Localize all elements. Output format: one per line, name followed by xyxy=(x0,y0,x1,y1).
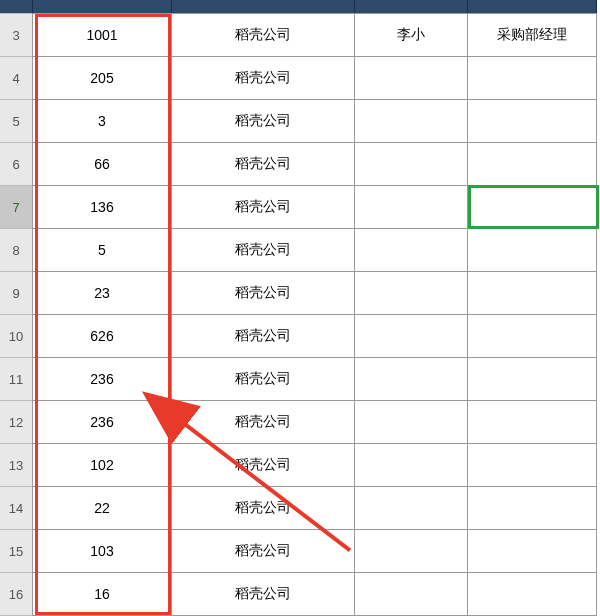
cell-col-a[interactable]: 16 xyxy=(32,572,172,616)
cell-col-a[interactable]: 23 xyxy=(32,271,172,315)
cell-col-a[interactable]: 626 xyxy=(32,314,172,358)
cell-col-d[interactable] xyxy=(467,572,597,616)
row-header[interactable]: 14 xyxy=(0,486,33,530)
cell-col-b[interactable]: 稻壳公司 xyxy=(171,142,355,186)
table-row: 923稻壳公司 xyxy=(0,272,600,315)
row-header[interactable]: 10 xyxy=(0,314,33,358)
cell-col-a[interactable]: 102 xyxy=(32,443,172,487)
row-header[interactable]: 12 xyxy=(0,400,33,444)
row-header[interactable]: 6 xyxy=(0,142,33,186)
cell-col-d[interactable] xyxy=(467,271,597,315)
row-header[interactable]: 7 xyxy=(0,185,33,229)
cell-col-d[interactable] xyxy=(467,228,597,272)
cell-col-a[interactable]: 236 xyxy=(32,357,172,401)
cell-col-c[interactable] xyxy=(354,185,468,229)
cell-col-d[interactable] xyxy=(467,443,597,487)
cell-col-d[interactable]: 采购部经理 xyxy=(467,13,597,57)
table-row: 53稻壳公司 xyxy=(0,100,600,143)
table-row: 13102稻壳公司 xyxy=(0,444,600,487)
cell-col-d[interactable] xyxy=(467,314,597,358)
cell-col-c[interactable] xyxy=(354,443,468,487)
table-row: 85稻壳公司 xyxy=(0,229,600,272)
cell-col-c[interactable] xyxy=(354,529,468,573)
cell-col-c[interactable] xyxy=(354,56,468,100)
table-row: 1422稻壳公司 xyxy=(0,487,600,530)
cell-col-c[interactable]: 李小 xyxy=(354,13,468,57)
cell-col-a[interactable]: 5 xyxy=(32,228,172,272)
row-header[interactable]: 9 xyxy=(0,271,33,315)
cell-col-b[interactable]: 稻壳公司 xyxy=(171,400,355,444)
cell-col-d[interactable] xyxy=(467,400,597,444)
cell-col-b[interactable]: 稻壳公司 xyxy=(171,99,355,143)
cell-col-a[interactable]: 3 xyxy=(32,99,172,143)
cell-col-d[interactable] xyxy=(467,56,597,100)
row-header[interactable]: 13 xyxy=(0,443,33,487)
row-header[interactable]: 16 xyxy=(0,572,33,616)
table-row: 12236稻壳公司 xyxy=(0,401,600,444)
row-header[interactable]: 15 xyxy=(0,529,33,573)
cell-col-b[interactable]: 稻壳公司 xyxy=(171,572,355,616)
header-col-d[interactable] xyxy=(467,0,597,14)
cell-col-b[interactable]: 稻壳公司 xyxy=(171,529,355,573)
table-row: 31001稻壳公司李小采购部经理 xyxy=(0,14,600,57)
cell-col-a[interactable]: 103 xyxy=(32,529,172,573)
row-header[interactable]: 5 xyxy=(0,99,33,143)
cell-col-b[interactable]: 稻壳公司 xyxy=(171,185,355,229)
header-col-c[interactable] xyxy=(354,0,468,14)
table-row: 7136稻壳公司 xyxy=(0,186,600,229)
cell-col-c[interactable] xyxy=(354,486,468,530)
table-row: 15103稻壳公司 xyxy=(0,530,600,573)
row-header[interactable]: 11 xyxy=(0,357,33,401)
cell-col-a[interactable]: 66 xyxy=(32,142,172,186)
cell-col-d[interactable] xyxy=(467,357,597,401)
row-header[interactable]: 3 xyxy=(0,13,33,57)
cell-col-b[interactable]: 稻壳公司 xyxy=(171,357,355,401)
cell-col-c[interactable] xyxy=(354,228,468,272)
cell-col-c[interactable] xyxy=(354,271,468,315)
cell-col-b[interactable]: 稻壳公司 xyxy=(171,314,355,358)
cell-col-b[interactable]: 稻壳公司 xyxy=(171,13,355,57)
header-row xyxy=(0,0,600,14)
table-row: 10626稻壳公司 xyxy=(0,315,600,358)
cell-col-b[interactable]: 稻壳公司 xyxy=(171,228,355,272)
cell-col-b[interactable]: 稻壳公司 xyxy=(171,56,355,100)
cell-col-d[interactable] xyxy=(467,529,597,573)
row-header[interactable]: 4 xyxy=(0,56,33,100)
cell-col-c[interactable] xyxy=(354,400,468,444)
cell-col-d[interactable] xyxy=(467,486,597,530)
cell-col-d[interactable] xyxy=(467,185,597,229)
cell-col-a[interactable]: 236 xyxy=(32,400,172,444)
header-col-b[interactable] xyxy=(171,0,355,14)
cell-col-b[interactable]: 稻壳公司 xyxy=(171,486,355,530)
cell-col-a[interactable]: 136 xyxy=(32,185,172,229)
cell-col-c[interactable] xyxy=(354,142,468,186)
cell-col-c[interactable] xyxy=(354,314,468,358)
cell-col-c[interactable] xyxy=(354,99,468,143)
cell-col-b[interactable]: 稻壳公司 xyxy=(171,443,355,487)
cell-col-c[interactable] xyxy=(354,572,468,616)
table-row: 4205稻壳公司 xyxy=(0,57,600,100)
cell-col-b[interactable]: 稻壳公司 xyxy=(171,271,355,315)
table-row: 11236稻壳公司 xyxy=(0,358,600,401)
row-header[interactable]: 8 xyxy=(0,228,33,272)
header-col-a[interactable] xyxy=(32,0,172,14)
cell-col-a[interactable]: 22 xyxy=(32,486,172,530)
cell-col-a[interactable]: 1001 xyxy=(32,13,172,57)
table-row: 1616稻壳公司 xyxy=(0,573,600,616)
cell-col-d[interactable] xyxy=(467,142,597,186)
cell-col-c[interactable] xyxy=(354,357,468,401)
cell-col-d[interactable] xyxy=(467,99,597,143)
table-row: 666稻壳公司 xyxy=(0,143,600,186)
corner-cell xyxy=(0,0,33,14)
cell-col-a[interactable]: 205 xyxy=(32,56,172,100)
